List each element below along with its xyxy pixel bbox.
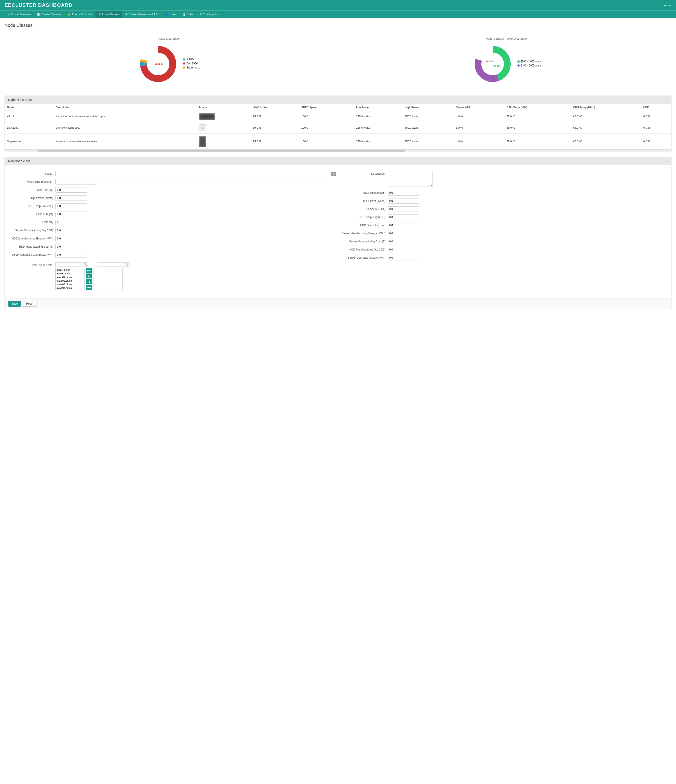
logout-button[interactable]: Logout (662, 4, 671, 7)
description-textarea[interactable] (388, 171, 433, 187)
host-select-controls: 🔍 🔍 gpu01. (55, 263, 130, 290)
svg-text:66.7%: 66.7% (493, 65, 500, 68)
nav-cluster-overview[interactable]: ≡ Cluster Overview (5, 11, 34, 18)
cpu-temp-high-input[interactable] (388, 215, 419, 220)
users-icon: 👤 (165, 13, 168, 16)
nav-users[interactable]: 👤 Users (162, 11, 180, 18)
new-node-class-panel: New node class — Name: ⊞ (5, 157, 671, 309)
hdd-start-stop-label: HDD Start-Stop Freq (340, 222, 385, 227)
picture-url-input[interactable] (55, 179, 96, 185)
hdd-mfg-co2-input-wrap (388, 247, 668, 252)
idle-power-input[interactable] (388, 198, 419, 204)
form-row-hdd-mfg-cost: HDD Manufacturing Cost (€) (8, 244, 336, 249)
hdd-mfg-co2-input[interactable] (388, 247, 419, 252)
form-left-column: Name: ⊞ Picture URL (optional): (8, 171, 336, 292)
hdd-mfg-cost-input[interactable] (55, 244, 87, 249)
col-image: Image (197, 104, 250, 111)
save-button[interactable]: Save (8, 301, 21, 306)
minimize-node-classes-icon[interactable]: — (664, 98, 668, 102)
minimize-new-node-class-icon[interactable]: — (664, 159, 668, 163)
scrollbar-thumb (38, 149, 404, 152)
power-consumption-label: Power consumption (340, 190, 385, 194)
form-row-hdd-qty: HDD Qty (8, 220, 336, 225)
server-mfg-cost-input[interactable] (388, 239, 419, 244)
nav-node-classes[interactable]: 🖥 Node Classes (95, 11, 122, 18)
host-list-right[interactable] (93, 268, 123, 290)
nav-cluster-timeline[interactable]: 📊 Cluster Timeline (34, 11, 64, 18)
col-spec-speed: SPEC Speed (299, 104, 354, 111)
name-grid-icon[interactable]: ⊞ (331, 172, 336, 176)
cell-description: Supermicro server with Intel Xeon Phi (53, 134, 197, 149)
svg-text:33.3%: 33.3% (486, 59, 493, 62)
description-input-wrap (388, 171, 668, 187)
hdd-qty-label: HDD Qty (8, 220, 53, 224)
transfer-left-btn[interactable]: ◀ (86, 279, 92, 284)
hdd-afr-input[interactable] (55, 212, 87, 217)
server-mfg-energy-input[interactable] (388, 231, 419, 236)
hdd-mfg-energy-input[interactable] (55, 236, 87, 241)
new-node-class-form: Name: ⊞ Picture URL (optional): (8, 169, 668, 295)
server-afr-input[interactable] (388, 206, 419, 212)
header: EECLUSTER DASHBOARD Logout (0, 0, 676, 10)
reset-button[interactable]: Reset (23, 301, 36, 306)
cell-image (197, 111, 250, 122)
cell-server-afr: 4.0 % (454, 134, 504, 149)
hdd-start-stop-input[interactable] (388, 222, 419, 228)
new-node-class-panel-header: New node class — (5, 157, 671, 165)
high-power-input[interactable] (55, 195, 87, 201)
power-chart-title: Node Classes Power Distribution (343, 37, 672, 40)
transfer-buttons: ▶▶ ▶ ◀ ◀◀ (86, 268, 92, 290)
useful-life-input-wrap (55, 187, 336, 193)
cpu-temp-idle-input[interactable] (55, 204, 87, 209)
host-search-right-input[interactable] (98, 263, 125, 266)
transfer-right-btn[interactable]: ▶ (86, 274, 92, 278)
main-content: Node Classes Hosts Distribution 94.3% (0, 18, 676, 784)
nav-configuration[interactable]: ⚙ Configuration (196, 11, 222, 18)
cell-hdd: 6.0 % (641, 111, 671, 122)
hosts-chart-legend: ASUS Dell 2950 Supermicro (183, 58, 200, 70)
host-search-left-input[interactable] (57, 263, 84, 266)
cpu-temp-idle-input-wrap (55, 204, 336, 209)
nav-energy-footprint[interactable]: ⚡ Energy Footprint (64, 11, 95, 18)
server-op-cost-label: Server Operating Cost (€/KWh) (340, 255, 385, 259)
name-input[interactable] (55, 171, 330, 176)
useful-life-input[interactable] (55, 187, 87, 193)
cell-name: Dell 2950 (5, 122, 53, 134)
cell-server-afr: 4.0 % (454, 111, 504, 122)
form-row-server-mfg-kg: Server Manufacturing (Kg CO2) (8, 228, 336, 233)
form-row-server-op-cost: Server Operating Cost (€/KWh) (340, 255, 668, 260)
cell-name: ASUS (5, 111, 53, 122)
node-classes-panel-title: Node classes list (8, 98, 32, 102)
legend-asus-dot (183, 58, 185, 61)
select-hosts-label: Select class hosts: (8, 263, 53, 267)
host-list-row: gpu01.pir.uomic01.pir.uoslave01.pir.uosl… (55, 268, 130, 290)
table-scrollbar[interactable] (5, 149, 671, 152)
transfer-all-right-btn[interactable]: ▶▶ (86, 268, 92, 273)
power-consumption-input[interactable] (388, 190, 419, 196)
form-row-description: Description: (340, 171, 668, 187)
cell-cpu-temp-idle: 55.0 ºC (504, 111, 571, 122)
node-classes-icon: 🖥 (98, 13, 101, 16)
cell-cpu-temp-high: 65.0 ºC (571, 111, 641, 122)
legend-400-500-dot (517, 64, 520, 67)
high-power-label: High Power (Watts) (8, 195, 53, 200)
new-node-class-panel-title: New node class (8, 159, 30, 163)
nav-cluster-queues[interactable]: ⚙ Cluster Queues and PEs (122, 11, 162, 18)
hdd-qty-input[interactable] (55, 220, 87, 225)
nav-jobs[interactable]: 📋 Jobs (180, 11, 196, 18)
server-mfg-kg-input[interactable] (55, 228, 87, 233)
legend-300-400-dot (517, 61, 520, 63)
server-op-co2-input[interactable] (55, 252, 87, 258)
legend-400-500: [400 - 500] Watts (517, 64, 542, 67)
hosts-donut-wrap: 94.3% ASUS Dell 2950 Supermicro (5, 44, 334, 84)
form-actions: Save Reset (5, 298, 671, 309)
idle-power-input-wrap (388, 198, 668, 204)
form-row-name: Name: ⊞ (8, 171, 336, 176)
host-list-left[interactable]: gpu01.pir.uomic01.pir.uoslave01.pir.uosl… (55, 268, 85, 290)
transfer-all-left-btn[interactable]: ◀◀ (86, 285, 92, 290)
hdd-mfg-energy-input-wrap (55, 236, 336, 241)
col-hdd: HDD (641, 104, 671, 111)
app-title: EECLUSTER DASHBOARD (5, 2, 72, 8)
server-op-cost-input[interactable] (388, 255, 419, 260)
server-mfg-energy-input-wrap (388, 231, 668, 236)
